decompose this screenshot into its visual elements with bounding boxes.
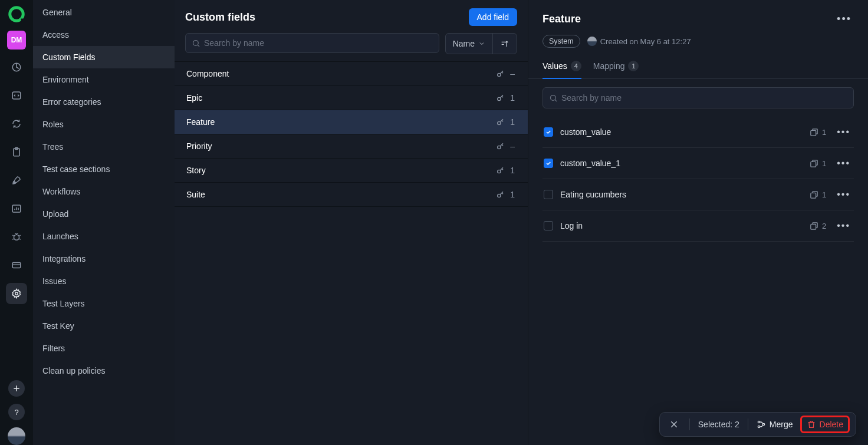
sidebar-item[interactable]: Test Layers	[33, 292, 175, 315]
sidebar-item[interactable]: Test case sections	[33, 158, 175, 180]
sidebar-item[interactable]: Environment	[33, 68, 175, 91]
sidebar-item[interactable]: Custom Fields	[33, 46, 175, 68]
add-field-button[interactable]: Add field	[469, 8, 517, 26]
value-more-icon[interactable]: •••	[834, 156, 853, 171]
sidebar-item[interactable]: Clean up policies	[33, 360, 175, 382]
clipboard-icon[interactable]	[6, 141, 27, 163]
chevron-down-icon	[478, 40, 485, 47]
bug-icon[interactable]	[6, 226, 27, 248]
sidebar-item[interactable]: Issues	[33, 270, 175, 292]
values-search-input[interactable]	[561, 93, 847, 103]
tab[interactable]: Mapping1	[593, 61, 639, 78]
selection-close-button[interactable]	[667, 418, 681, 430]
field-name: Feature	[186, 117, 215, 127]
user-avatar[interactable]	[8, 427, 25, 445]
analytics-icon[interactable]	[6, 198, 27, 219]
sidebar-item[interactable]: General	[33, 1, 175, 24]
field-name: Component	[186, 69, 229, 78]
value-count: 2	[822, 222, 826, 230]
field-name: Priority	[186, 141, 212, 151]
values-search[interactable]	[542, 87, 854, 108]
trash-icon	[807, 420, 816, 429]
svg-rect-1	[21, 19, 26, 24]
svg-point-15	[498, 170, 501, 173]
sidebar-item[interactable]: Access	[33, 24, 175, 46]
svg-rect-20	[811, 193, 816, 198]
svg-point-12	[498, 97, 501, 100]
detail-title: Feature	[542, 13, 581, 25]
add-icon[interactable]	[8, 380, 25, 397]
sidebar-item[interactable]: Launches	[33, 225, 175, 248]
delete-label: Delete	[820, 420, 843, 429]
svg-point-10	[193, 40, 199, 45]
value-more-icon[interactable]: •••	[834, 218, 853, 233]
svg-point-17	[551, 95, 556, 100]
tab-label: Mapping	[593, 61, 625, 71]
sidebar-item[interactable]: Error categories	[33, 91, 175, 113]
sort-name-button[interactable]: Name	[446, 34, 492, 54]
detail-more-icon[interactable]: •••	[834, 11, 854, 28]
value-name: Eating cucumbers	[560, 190, 626, 199]
field-row[interactable]: Component–	[175, 62, 528, 86]
field-row[interactable]: Epic1	[175, 86, 528, 110]
sidebar-item[interactable]: Trees	[33, 136, 175, 158]
field-row[interactable]: Feature1	[175, 110, 528, 134]
key-icon	[496, 141, 505, 151]
value-checkbox[interactable]	[544, 159, 553, 168]
dashboard-icon[interactable]	[6, 57, 27, 78]
merge-button[interactable]: Merge	[757, 420, 793, 429]
value-checkbox[interactable]	[544, 190, 553, 199]
launches-icon[interactable]	[6, 113, 27, 134]
fields-search-input[interactable]	[204, 38, 433, 48]
field-row[interactable]: Priority–	[175, 134, 528, 159]
field-name: Story	[186, 166, 206, 175]
help-icon[interactable]: ?	[8, 404, 25, 420]
value-checkbox[interactable]	[544, 221, 553, 230]
sidebar-item[interactable]: Workflows	[33, 180, 175, 203]
app-logo[interactable]	[7, 5, 26, 24]
relation-icon	[810, 190, 818, 199]
tab[interactable]: Values4	[542, 61, 581, 78]
settings-icon[interactable]	[6, 283, 27, 304]
value-more-icon[interactable]: •••	[834, 187, 853, 202]
card-icon[interactable]	[6, 255, 27, 276]
value-name: Log in	[560, 221, 583, 230]
key-icon	[496, 69, 505, 78]
field-row[interactable]: Story1	[175, 159, 528, 183]
key-icon	[496, 166, 505, 175]
sidebar-item[interactable]: Upload	[33, 203, 175, 225]
rocket-icon[interactable]	[6, 170, 27, 191]
sidebar-item[interactable]: Integrations	[33, 248, 175, 270]
settings-sidebar: GeneralAccessCustom FieldsEnvironmentErr…	[33, 0, 175, 445]
key-icon	[496, 93, 505, 103]
value-checkbox[interactable]	[544, 127, 553, 137]
sidebar-item[interactable]: Test Key	[33, 315, 175, 337]
code-icon[interactable]	[6, 85, 27, 106]
sidebar-item[interactable]: Filters	[33, 337, 175, 360]
value-more-icon[interactable]: •••	[834, 124, 853, 140]
value-row[interactable]: custom_value_11•••	[542, 148, 854, 179]
value-row[interactable]: custom_value1•••	[542, 117, 854, 148]
svg-rect-18	[811, 130, 816, 136]
search-icon	[549, 94, 558, 103]
field-row[interactable]: Suite1	[175, 183, 528, 207]
workspace-badge[interactable]: DM	[7, 31, 26, 50]
value-count: 1	[822, 128, 826, 137]
svg-point-11	[498, 73, 501, 76]
fields-search[interactable]	[185, 33, 439, 53]
sort-direction-button[interactable]	[493, 34, 517, 54]
svg-rect-19	[811, 161, 816, 167]
fields-list: Component–Epic1Feature1Priority–Story1Su…	[175, 61, 528, 207]
relation-icon	[810, 128, 818, 137]
value-row[interactable]: Eating cucumbers1•••	[542, 179, 854, 210]
selection-toolbar: Selected: 2 Merge Delete	[659, 412, 856, 437]
svg-point-22	[758, 421, 760, 423]
relation-icon	[810, 222, 818, 230]
values-list: custom_value1•••custom_value_11•••Eating…	[542, 117, 854, 242]
sidebar-item[interactable]: Roles	[33, 113, 175, 136]
delete-button[interactable]: Delete	[800, 416, 850, 433]
svg-point-14	[498, 146, 501, 149]
value-row[interactable]: Log in2•••	[542, 210, 854, 242]
field-count: –	[510, 141, 515, 151]
svg-point-13	[498, 121, 501, 124]
